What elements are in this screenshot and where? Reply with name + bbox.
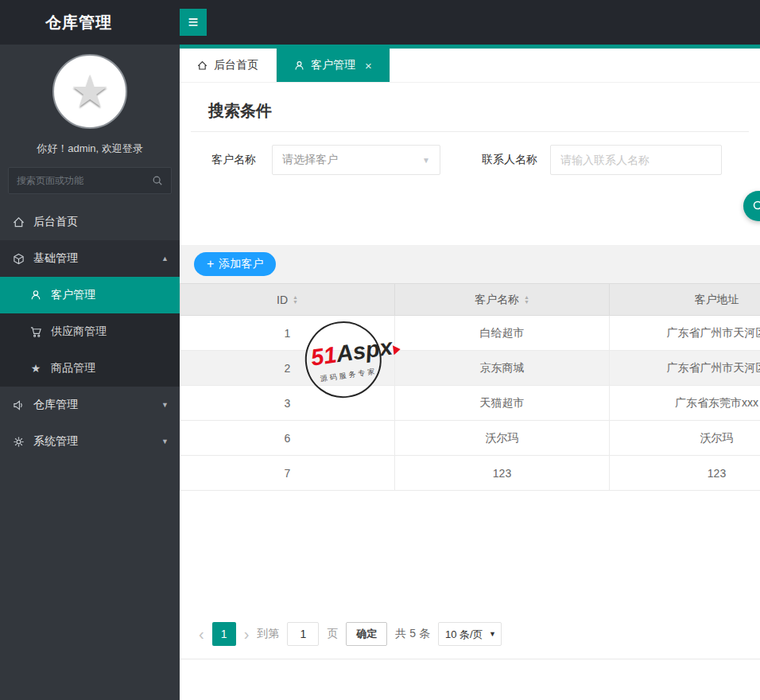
sidebar-item-home[interactable]: 后台首页: [0, 204, 180, 240]
page-suffix-label: 页: [327, 627, 338, 641]
sort-icon[interactable]: ▲▼: [293, 295, 298, 305]
sidebar-item-label: 基础管理: [33, 251, 78, 266]
search-panel-title: 搜索条件: [191, 94, 749, 132]
sidebar-item-label: 后台首页: [33, 215, 78, 229]
pagination: ‹ 1 › 到第 页 确定 共 5 条 10 条/页 ▼: [180, 622, 760, 646]
close-icon[interactable]: ×: [365, 59, 372, 72]
sidebar-item-label: 系统管理: [33, 434, 78, 449]
table-row[interactable]: 3 天猫超市 广东省东莞市xxx: [180, 386, 760, 421]
sidebar-item-products[interactable]: ★ 商品管理: [0, 350, 180, 387]
cell-name: 沃尔玛: [395, 421, 610, 456]
plus-icon: +: [207, 258, 214, 270]
cell-name: 京东商城: [395, 351, 610, 386]
user-icon: [294, 60, 304, 71]
user-icon: [29, 290, 43, 301]
column-header-address: 客户地址: [610, 284, 760, 316]
total-count-label: 共 5 条: [395, 627, 430, 641]
content: 搜索条件 客户名称 请选择客户 ▼ 联系人名称: [180, 83, 760, 700]
warehouse-admin-app: 仓库管理 ≡ ★ 你好！admin, 欢迎登录: [0, 0, 760, 700]
search-form: 客户名称 请选择客户 ▼ 联系人名称: [191, 145, 749, 175]
cell-id: 3: [180, 386, 395, 421]
tab-label: 后台首页: [214, 58, 258, 72]
avatar-star-icon: ★: [70, 69, 110, 114]
cell-id: 2: [180, 351, 395, 386]
top-bar: 仓库管理 ≡: [0, 0, 760, 45]
chevron-down-icon: ▼: [422, 156, 430, 165]
goto-page-input[interactable]: [287, 622, 319, 646]
customer-select-value: 请选择客户: [282, 153, 338, 167]
gear-icon: [11, 436, 25, 448]
chevron-up-icon: ▲: [161, 255, 169, 262]
home-icon: [11, 216, 25, 228]
customer-select[interactable]: 请选择客户 ▼: [272, 145, 440, 175]
goto-label: 到第: [257, 627, 279, 641]
sidebar-item-label: 供应商管理: [51, 325, 107, 339]
table-row[interactable]: 6 沃尔玛 沃尔玛: [180, 421, 760, 456]
search-icon: [152, 175, 163, 186]
sidebar-item-customers[interactable]: 客户管理: [0, 277, 180, 313]
speaker-icon: [11, 399, 25, 411]
cell-address: 广东省广州市天河区: [610, 316, 760, 351]
sidebar-search-input[interactable]: [17, 175, 152, 186]
cell-address: 广东省广州市天河区: [610, 351, 760, 386]
cell-id: 6: [180, 421, 395, 456]
sidebar-menu: 后台首页 基础管理 ▲: [0, 204, 180, 460]
avatar: ★: [52, 54, 127, 129]
customers-table: ID ▲▼ 客户名称 ▲▼: [180, 283, 760, 491]
sidebar-item-warehouse[interactable]: 仓库管理 ▼: [0, 387, 180, 423]
main-area: 后台首页 客户管理 × 搜索条件 客户名称: [180, 45, 760, 700]
tab-bar: 后台首页 客户管理 ×: [180, 49, 760, 83]
cell-id: 7: [180, 456, 395, 491]
chevron-down-icon: ▼: [161, 438, 169, 445]
sidebar-item-label: 客户管理: [51, 288, 95, 302]
hamburger-menu-button[interactable]: ≡: [180, 9, 207, 36]
page-number-button[interactable]: 1: [212, 622, 236, 646]
cell-address: 123: [610, 456, 760, 491]
next-page-button[interactable]: ›: [244, 626, 250, 642]
table-row[interactable]: 7 123 123: [180, 456, 760, 491]
tab-home[interactable]: 后台首页: [180, 49, 277, 82]
page-size-select-wrap: 10 条/页 ▼: [438, 622, 502, 646]
column-header-id[interactable]: ID ▲▼: [180, 284, 395, 316]
add-customer-button[interactable]: + 添加客户: [194, 252, 276, 276]
table-row[interactable]: 2 京东商城 广东省广州市天河区: [180, 351, 760, 386]
cell-name: 白给超市: [395, 316, 610, 351]
search-panel: 搜索条件 客户名称 请选择客户 ▼ 联系人名称: [180, 83, 760, 245]
contact-name-label: 联系人名称: [482, 153, 537, 167]
table-toolbar: + 添加客户: [180, 245, 760, 283]
chevron-down-icon: ▼: [161, 401, 169, 409]
cube-icon: [11, 253, 25, 265]
goto-confirm-button[interactable]: 确定: [346, 622, 387, 646]
user-greeting: 你好！admin, 欢迎登录: [0, 142, 180, 156]
cell-address: 沃尔玛: [610, 421, 760, 456]
star-icon: ★: [29, 362, 43, 375]
submenu-base: 客户管理 供应商管理 ★ 商品管理: [0, 277, 180, 387]
avatar-wrap: ★: [0, 45, 180, 129]
customer-name-label: 客户名称: [211, 153, 256, 167]
home-icon: [197, 60, 207, 71]
sidebar-item-suppliers[interactable]: 供应商管理: [0, 313, 180, 350]
cell-address: 广东省东莞市xxx: [610, 386, 760, 421]
table-row[interactable]: 1 白给超市 广东省广州市天河区: [180, 316, 760, 351]
add-customer-label: 添加客户: [219, 257, 263, 271]
app-title: 仓库管理: [0, 12, 180, 33]
cell-name: 天猫超市: [395, 386, 610, 421]
page-size-select[interactable]: 10 条/页: [438, 622, 502, 646]
prev-page-button[interactable]: ‹: [199, 626, 204, 642]
contact-name-input[interactable]: [550, 145, 722, 175]
sidebar-item-label: 仓库管理: [33, 398, 78, 412]
sidebar-item-system[interactable]: 系统管理 ▼: [0, 423, 180, 460]
content-bottom-divider: [180, 659, 760, 659]
sidebar: ★ 你好！admin, 欢迎登录: [0, 45, 180, 700]
column-header-name[interactable]: 客户名称 ▲▼: [395, 284, 610, 316]
table-header-row: ID ▲▼ 客户名称 ▲▼: [180, 284, 760, 316]
sidebar-item-base[interactable]: 基础管理 ▲: [0, 240, 180, 277]
sort-icon[interactable]: ▲▼: [524, 295, 529, 305]
sidebar-item-label: 商品管理: [51, 361, 95, 375]
tab-label: 客户管理: [311, 58, 355, 72]
search-icon: [752, 200, 760, 212]
cell-id: 1: [180, 316, 395, 351]
cell-name: 123: [395, 456, 610, 491]
tab-customers[interactable]: 客户管理 ×: [277, 49, 390, 82]
sidebar-search-box: [8, 167, 172, 194]
